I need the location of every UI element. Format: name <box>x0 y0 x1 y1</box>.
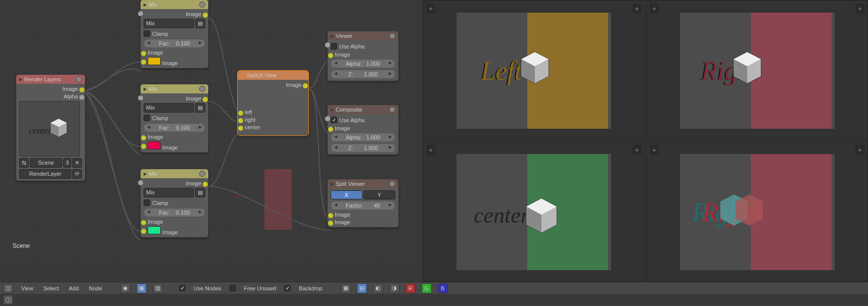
preview-icon[interactable] <box>199 171 205 177</box>
color-swatch[interactable] <box>148 141 161 149</box>
expand-icon[interactable]: + <box>855 145 864 155</box>
alpha-field[interactable]: ◀Alpha: 1.000▶ <box>331 133 395 142</box>
menu-view[interactable]: View <box>19 284 35 292</box>
viewport-top-left[interactable]: + + Left Left <box>423 0 645 140</box>
channel-r-icon[interactable]: R <box>405 283 416 293</box>
split-axis-y[interactable]: Y <box>363 190 395 199</box>
fac-field[interactable]: ◀Fac: 0.100▶ <box>144 39 205 48</box>
mix-mode-select[interactable]: Mix <box>144 19 194 28</box>
node-split-viewer[interactable]: ▶Split Viewer XY ◀Factor: 45▶ Image Imag… <box>328 179 398 227</box>
checker-icon[interactable]: ▤ <box>195 188 205 197</box>
channel-b-icon[interactable]: B <box>438 283 448 293</box>
tree-type-texture-icon[interactable]: ▨ <box>153 283 163 293</box>
preview-icon[interactable] <box>389 33 395 39</box>
unlink-icon[interactable]: ✕ <box>72 158 82 168</box>
info-editor-icon[interactable]: ⓘ <box>3 295 13 305</box>
split-axis-x[interactable]: X <box>331 190 362 199</box>
preview-icon[interactable] <box>199 86 205 92</box>
tree-type-compositing-icon[interactable]: ▦ <box>136 283 147 293</box>
channel-rgb-icon[interactable]: ▤ <box>357 283 367 293</box>
z-field[interactable]: ◀Z: 1.000▶ <box>331 70 395 79</box>
channel-z-icon[interactable]: ◑ <box>389 283 399 293</box>
viewport-bottom-right[interactable]: + + Right Right <box>646 141 868 282</box>
node-render-layers[interactable]: ▶Render Layers Image Alpha center ⇆ Scen… <box>16 75 85 181</box>
expand-icon[interactable]: + <box>650 145 659 155</box>
node-mix-2[interactable]: ▶Mix Image Mix▤ Clamp ◀Fac: 0.100▶ Image… <box>141 84 208 152</box>
node-mix-1[interactable]: ▶Mix Image Mix▤ Clamp ◀Fac: 0.100▶ Image… <box>141 0 208 68</box>
color-swatch[interactable] <box>148 226 161 234</box>
z-field[interactable]: ◀Z: 1.000▶ <box>331 143 395 152</box>
expand-icon[interactable]: + <box>855 4 864 14</box>
render-preview-thumb: center <box>19 101 80 157</box>
checker-icon[interactable]: ▤ <box>195 103 205 113</box>
expand-icon[interactable]: + <box>632 145 642 155</box>
editor-type-icon[interactable]: ◫ <box>3 283 13 293</box>
scene-select[interactable]: Scene <box>30 158 62 168</box>
refresh-icon[interactable]: ⟳ <box>72 169 82 179</box>
expand-icon[interactable]: + <box>632 4 642 14</box>
node-switch-view[interactable]: ▼Switch View Image left right center <box>238 71 308 135</box>
clamp-checkbox[interactable] <box>144 115 150 121</box>
fac-field[interactable]: ◀Fac: 0.100▶ <box>144 208 205 217</box>
browse-scene-icon[interactable]: ⇆ <box>19 158 29 168</box>
node-composite[interactable]: ▶Composite Use Alpha Image ◀Alpha: 1.000… <box>328 105 398 155</box>
channel-rgba-icon[interactable]: ▦ <box>341 283 351 293</box>
menu-select[interactable]: Select <box>41 284 61 292</box>
scene-users: 3 <box>63 158 71 168</box>
use-alpha-checkbox[interactable] <box>331 43 337 49</box>
backdrop-checkbox[interactable] <box>284 285 291 291</box>
checker-icon[interactable]: ▤ <box>195 19 205 28</box>
preview-icon[interactable] <box>389 181 395 187</box>
node-mix-3[interactable]: ▶Mix Image Mix▤ Clamp ◀Fac: 0.100▶ Image… <box>141 169 208 237</box>
viewport-bottom-left[interactable]: + + center <box>423 141 645 282</box>
free-unused-checkbox[interactable] <box>230 285 236 291</box>
preview-icon[interactable] <box>199 2 205 8</box>
color-swatch[interactable] <box>148 57 161 65</box>
scene-name-label: Scene <box>13 242 30 249</box>
mix-mode-select[interactable]: Mix <box>144 188 194 197</box>
svg-marker-17 <box>736 194 763 226</box>
expand-icon[interactable]: + <box>426 145 435 155</box>
tree-type-shader-icon[interactable]: ◉ <box>120 283 130 293</box>
menu-node[interactable]: Node <box>87 284 104 292</box>
node-editor-header: ◫ View Select Add Node ◉ ▦ ▨ Use Nodes F… <box>0 282 420 306</box>
mix-mode-select[interactable]: Mix <box>144 103 194 113</box>
fac-field[interactable]: ◀Fac: 0.100▶ <box>144 123 205 132</box>
alpha-field[interactable]: ◀Alpha: 1.000▶ <box>331 59 395 68</box>
node-viewer[interactable]: ▶Viewer Use Alpha Image ◀Alpha: 1.000▶ ◀… <box>328 31 398 81</box>
preview-icon[interactable] <box>389 107 395 113</box>
channel-alpha-icon[interactable]: ◐ <box>373 283 383 293</box>
menu-add[interactable]: Add <box>67 284 81 292</box>
use-alpha-checkbox[interactable] <box>331 117 337 123</box>
use-nodes-checkbox[interactable] <box>179 285 186 291</box>
preview-icon[interactable] <box>76 76 82 82</box>
clamp-checkbox[interactable] <box>144 199 150 206</box>
node-title: Render Layers <box>24 76 61 82</box>
clamp-checkbox[interactable] <box>144 30 150 37</box>
viewport-top-right[interactable]: + + Right Right <box>646 0 868 140</box>
expand-icon[interactable]: + <box>650 4 659 14</box>
renderlayer-select[interactable]: RenderLayer <box>19 169 71 179</box>
channel-g-icon[interactable]: G <box>422 283 432 293</box>
expand-icon[interactable]: + <box>426 4 435 14</box>
factor-field[interactable]: ◀Factor: 45▶ <box>331 201 395 210</box>
